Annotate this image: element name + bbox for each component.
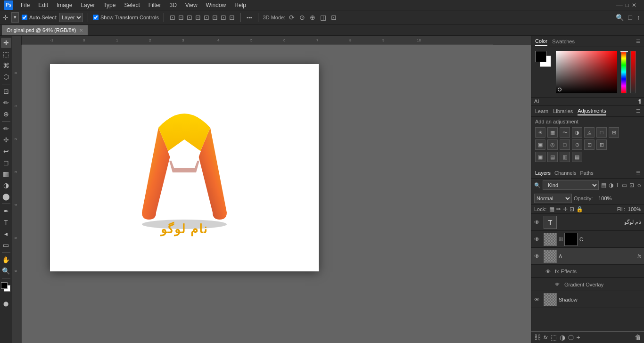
brush-tool[interactable]: ✏	[1, 123, 11, 134]
filter-toggle[interactable]: ○	[637, 181, 641, 189]
layer-mask-btn[interactable]: ⬚	[551, 334, 557, 341]
adjustments-tab[interactable]: Adjustments	[578, 107, 606, 115]
photo-filter-adj[interactable]: ◎	[547, 139, 558, 150]
zoom-tool[interactable]: 🔍	[1, 266, 11, 276]
distribute-v-icon[interactable]: ⊡	[228, 13, 236, 22]
menu-filter[interactable]: Filter	[145, 1, 165, 9]
quick-mask-btn[interactable]: ⬤	[1, 298, 11, 309]
maximize-button[interactable]: □	[626, 2, 629, 8]
gradient-map-adj[interactable]: ▥	[560, 152, 570, 162]
auto-select-checkbox[interactable]: Auto-Select: Layer	[22, 13, 83, 22]
layer-item-text[interactable]: 👁 T نام لوگو	[531, 214, 644, 231]
posterize-adj[interactable]: ⊡	[584, 139, 594, 150]
auto-select-dropdown[interactable]: Layer	[59, 13, 83, 22]
layer-effects-group[interactable]: 👁 fx Effects	[531, 265, 644, 278]
lock-all-icon[interactable]: 🔒	[576, 206, 583, 212]
hand-tool[interactable]: ✋	[1, 254, 11, 265]
channels-tab[interactable]: Channels	[554, 170, 576, 176]
menu-select[interactable]: Select	[120, 1, 143, 9]
layer-filter-select[interactable]: Kind	[543, 180, 599, 190]
menu-window[interactable]: Window	[202, 1, 230, 9]
layer-adj-btn[interactable]: ◑	[560, 334, 565, 341]
layer-eye-a[interactable]: 👁	[534, 253, 542, 260]
menu-edit[interactable]: Edit	[34, 1, 52, 9]
foreground-swatch[interactable]	[535, 51, 546, 62]
menu-image[interactable]: Image	[53, 1, 76, 9]
menu-file[interactable]: File	[17, 1, 33, 9]
filter-shape-icon[interactable]: ▭	[621, 181, 627, 189]
share-icon[interactable]: ↑	[636, 13, 641, 22]
crop-tool[interactable]: ⊡	[1, 86, 11, 97]
align-left-icon[interactable]: ⊡	[169, 13, 176, 22]
move-tool[interactable]: ✛	[1, 38, 11, 48]
color-gradient-field[interactable]	[556, 51, 617, 93]
transform-controls-checkbox[interactable]: Show Transform Controls	[93, 15, 159, 20]
levels-adj[interactable]: ▦	[547, 127, 558, 138]
learn-tab[interactable]: Learn	[535, 107, 548, 115]
document-tab[interactable]: Original.psd @ 64% (RGB/8#) ✕	[2, 25, 88, 35]
layer-fx-btn[interactable]: fx	[544, 335, 548, 340]
blend-mode-select[interactable]: Normal	[534, 194, 572, 203]
layers-tab[interactable]: Layers	[535, 170, 551, 176]
pen-tool[interactable]: ✒	[1, 206, 11, 216]
distribute-h-icon[interactable]: ⊡	[194, 13, 202, 22]
filter-pixel-icon[interactable]: ▤	[601, 181, 607, 189]
vibrance-adj[interactable]: ◬	[584, 127, 594, 138]
layer-item-a[interactable]: 👁 A fx	[531, 248, 644, 265]
layers-panel-menu[interactable]: ☰	[636, 170, 640, 175]
path-select-tool[interactable]: ◂	[1, 229, 11, 239]
shadows-adj[interactable]: ▦	[572, 152, 582, 162]
3d-icon5[interactable]: ⊡	[330, 13, 338, 22]
layer-eye-c[interactable]: 👁	[534, 236, 542, 243]
eraser-tool[interactable]: ◻	[1, 157, 11, 168]
paragraph-icon[interactable]: ¶	[638, 98, 641, 104]
layer-gradient-overlay[interactable]: 👁 Gradient Overlay	[531, 278, 644, 291]
selective-color-adj[interactable]: ▤	[547, 152, 558, 162]
layer-delete-btn[interactable]: 🗑	[635, 334, 641, 341]
color-panel-menu[interactable]: ☰	[636, 39, 640, 44]
minimize-button[interactable]: —	[616, 1, 623, 9]
blur-tool[interactable]: ◑	[1, 180, 11, 190]
search-icon[interactable]: 🔍	[615, 13, 625, 22]
layer-link-icon[interactable]: ⛓	[534, 334, 541, 341]
paths-tab[interactable]: Paths	[580, 170, 594, 176]
layer-eye-gradient[interactable]: 👁	[555, 282, 562, 287]
align-middle-icon[interactable]: ⊡	[211, 13, 219, 22]
layer-eye-effects[interactable]: 👁	[545, 269, 553, 274]
layer-item-c[interactable]: 👁 ⛓ C	[531, 231, 644, 248]
filter-smart-icon[interactable]: ⊡	[629, 181, 635, 189]
close-button[interactable]: ✕	[632, 2, 636, 8]
align-top-icon[interactable]: ⊡	[203, 13, 210, 22]
lock-artboard-icon[interactable]: ⊡	[570, 206, 574, 212]
align-center-icon[interactable]: ⊡	[177, 13, 185, 22]
quick-select-tool[interactable]: ⬡	[1, 72, 11, 82]
swatches-tab[interactable]: Swatches	[552, 38, 575, 45]
tool-preset-button[interactable]: ▾	[11, 12, 19, 23]
3d-icon4[interactable]: ◫	[319, 13, 327, 22]
gradient-tool[interactable]: ▦	[1, 169, 11, 179]
layer-item-shadow[interactable]: 👁 Shadow	[531, 291, 644, 308]
hue-adj[interactable]: □	[596, 127, 607, 138]
align-bottom-icon[interactable]: ⊡	[220, 13, 227, 22]
layer-eye-text[interactable]: 👁	[534, 219, 542, 226]
color-tab[interactable]: Color	[535, 37, 547, 46]
foreground-color[interactable]	[1, 282, 8, 289]
filter-adj-icon[interactable]: ◑	[608, 181, 614, 189]
lock-pixels-icon[interactable]: ✏	[556, 206, 561, 212]
filter-text-icon[interactable]: T	[615, 181, 619, 189]
lasso-tool[interactable]: ⌘	[1, 60, 11, 71]
eyedropper-tool[interactable]: ✏	[1, 98, 11, 108]
shape-tool[interactable]: ▭	[1, 240, 11, 250]
curves-adj[interactable]: 〜	[560, 127, 570, 138]
lock-transparent-icon[interactable]: ▦	[549, 206, 554, 212]
layer-group-btn[interactable]: ⬡	[568, 334, 574, 341]
text-tool[interactable]: T	[1, 217, 11, 228]
layer-eye-shadow[interactable]: 👁	[534, 296, 542, 303]
invert-adj[interactable]: ▣	[535, 152, 545, 162]
color-lookup-adj[interactable]: ⊙	[572, 139, 582, 150]
3d-icon3[interactable]: ⊕	[309, 13, 316, 22]
lock-position-icon[interactable]: ✛	[563, 206, 568, 212]
channel-mixer-adj[interactable]: □	[560, 139, 570, 150]
more-options-icon[interactable]: •••	[246, 14, 253, 21]
color-balance-adj[interactable]: ⊞	[609, 127, 619, 138]
